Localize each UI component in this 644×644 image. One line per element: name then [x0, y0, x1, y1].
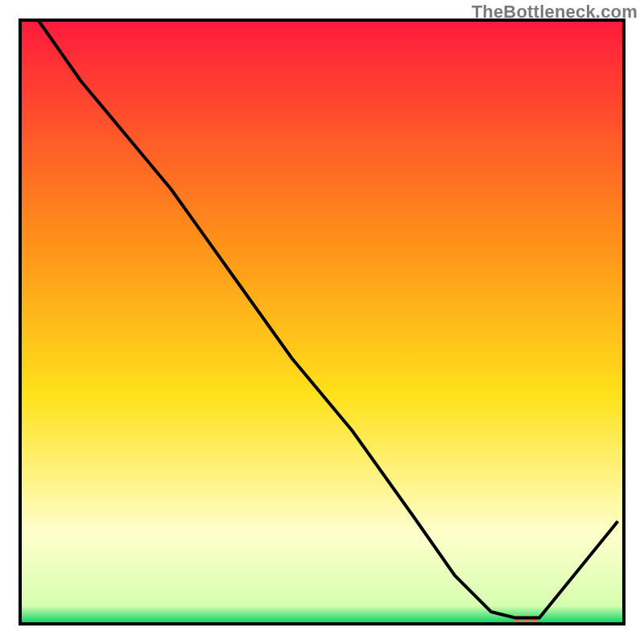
- chart-container: TheBottleneck.com: [0, 0, 644, 644]
- bottleneck-curve-chart: [0, 0, 644, 644]
- gradient-background: [20, 20, 624, 624]
- watermark-text: TheBottleneck.com: [472, 2, 638, 23]
